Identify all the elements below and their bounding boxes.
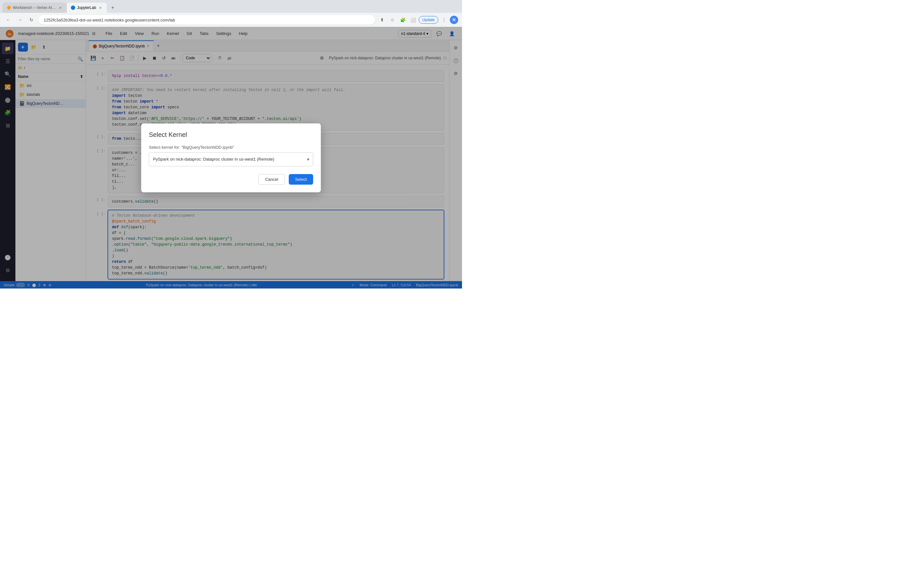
- share-icon[interactable]: ⬆: [378, 15, 387, 24]
- modal-field-label: Select kernel for: "BigQueryTectonNDD.ip…: [149, 145, 313, 150]
- browser-tab-jupyterlab[interactable]: 🔵 JupyterLab ✕: [67, 3, 107, 13]
- jupyterlab-tab-close[interactable]: ✕: [98, 5, 103, 10]
- new-tab-button[interactable]: +: [108, 3, 117, 12]
- back-button[interactable]: ←: [4, 15, 13, 24]
- address-input[interactable]: [39, 15, 375, 25]
- profile-avatar[interactable]: N: [450, 16, 458, 24]
- workbench-tab-title: Workbench – Vertex AI – tect…: [13, 5, 56, 10]
- jupyterlab-tab-title: JupyterLab: [77, 5, 96, 10]
- workbench-tab-close[interactable]: ✕: [58, 5, 63, 10]
- modal-select-wrapper: PySpark on nick-dataproc: Dataproc clust…: [149, 152, 313, 166]
- browser-actions: ⬆ ☆ 🧩 ⬜ Update ⋮ N: [378, 15, 458, 24]
- reload-button[interactable]: ↻: [27, 15, 36, 24]
- bookmark-icon[interactable]: ☆: [388, 15, 397, 24]
- forward-button[interactable]: →: [15, 15, 24, 24]
- browser-chrome: 🔶 Workbench – Vertex AI – tect… ✕ 🔵 Jupy…: [0, 0, 462, 27]
- extensions-icon[interactable]: 🧩: [398, 15, 407, 24]
- menu-icon[interactable]: ⋮: [439, 15, 449, 24]
- select-kernel-dialog: Select Kernel Select kernel for: "BigQue…: [141, 123, 321, 192]
- browser-tab-workbench[interactable]: 🔶 Workbench – Vertex AI – tect… ✕: [3, 3, 67, 13]
- cancel-button[interactable]: Cancel: [258, 174, 284, 185]
- modal-overlay: Select Kernel Select kernel for: "BigQue…: [0, 27, 462, 288]
- split-screen-icon[interactable]: ⬜: [409, 15, 417, 24]
- browser-address-bar: ← → ↻ ⬆ ☆ 🧩 ⬜ Update ⋮ N: [0, 13, 462, 27]
- modal-title: Select Kernel: [149, 131, 313, 139]
- kernel-dropdown[interactable]: PySpark on nick-dataproc: Dataproc clust…: [149, 152, 313, 166]
- jupyterlab-favicon: 🔵: [71, 5, 75, 10]
- update-button[interactable]: Update: [419, 16, 438, 24]
- modal-actions: Cancel Select: [149, 174, 313, 185]
- select-button[interactable]: Select: [289, 174, 313, 185]
- browser-tabs: 🔶 Workbench – Vertex AI – tect… ✕ 🔵 Jupy…: [0, 0, 462, 13]
- workbench-favicon: 🔶: [6, 5, 11, 10]
